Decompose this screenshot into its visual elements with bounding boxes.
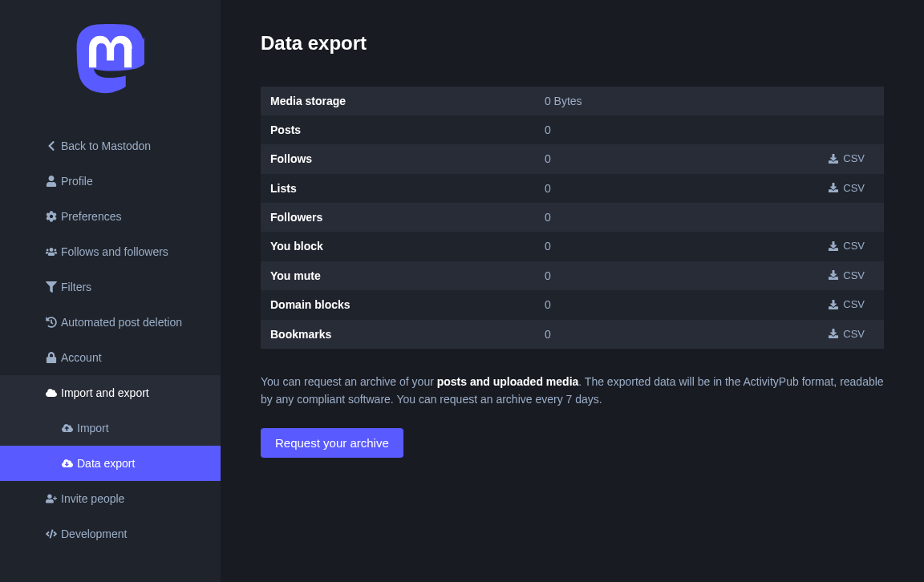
download-icon xyxy=(829,270,838,280)
row-label: Media storage xyxy=(261,87,535,115)
cloud-download-icon xyxy=(61,457,74,470)
csv-download-link[interactable]: CSV xyxy=(829,298,865,310)
code-icon xyxy=(45,527,58,540)
row-action xyxy=(691,203,884,232)
nav-label: Import and export xyxy=(61,386,149,399)
user-icon xyxy=(45,175,58,188)
subnav: Import Data export xyxy=(0,410,221,481)
row-value: 0 xyxy=(535,261,691,291)
row-label: You mute xyxy=(261,261,535,291)
archive-description: You can request an archive of your posts… xyxy=(261,373,884,409)
lock-icon xyxy=(45,351,58,364)
download-icon xyxy=(829,183,838,192)
desc-prefix: You can request an archive of your xyxy=(261,375,437,388)
nav-label: Preferences xyxy=(61,210,121,223)
nav-automated-deletion[interactable]: Automated post deletion xyxy=(0,305,221,340)
row-action: CSV xyxy=(691,261,884,291)
nav-filters[interactable]: Filters xyxy=(0,269,221,305)
main-content: Data export Media storage0 BytesPosts0Fo… xyxy=(221,0,924,582)
mastodon-logo-icon xyxy=(76,24,144,96)
row-action: CSV xyxy=(691,320,884,350)
csv-download-link[interactable]: CSV xyxy=(829,240,865,252)
filter-icon xyxy=(45,281,58,293)
table-row: Follows0 CSV xyxy=(261,144,884,174)
csv-download-link[interactable]: CSV xyxy=(829,182,865,194)
subnav-import[interactable]: Import xyxy=(0,410,221,446)
nav-label: Follows and followers xyxy=(61,245,168,258)
row-label: Domain blocks xyxy=(261,290,535,320)
history-icon xyxy=(45,316,58,329)
sidebar: Back to Mastodon Profile Preferences Fol… xyxy=(0,0,221,582)
users-icon xyxy=(45,245,58,258)
download-icon xyxy=(829,154,838,164)
nav: Back to Mastodon Profile Preferences Fol… xyxy=(0,128,221,552)
row-value: 0 xyxy=(535,203,691,232)
desc-bold: posts and uploaded media xyxy=(437,375,579,388)
subnav-data-export[interactable]: Data export xyxy=(0,446,221,481)
nav-label: Filters xyxy=(61,281,91,293)
row-label: You block xyxy=(261,232,535,261)
row-action xyxy=(691,115,884,144)
csv-download-link[interactable]: CSV xyxy=(829,328,865,340)
request-archive-button[interactable]: Request your archive xyxy=(261,428,403,458)
chevron-left-icon xyxy=(45,139,58,152)
row-label: Posts xyxy=(261,115,535,144)
download-icon xyxy=(829,329,838,338)
row-action xyxy=(691,87,884,115)
row-action: CSV xyxy=(691,290,884,320)
table-row: You mute0 CSV xyxy=(261,261,884,291)
table-row: Media storage0 Bytes xyxy=(261,87,884,115)
row-label: Followers xyxy=(261,203,535,232)
nav-back-to-mastodon[interactable]: Back to Mastodon xyxy=(0,128,221,164)
logo-wrap xyxy=(0,24,221,96)
export-table: Media storage0 BytesPosts0Follows0 CSVLi… xyxy=(261,87,884,349)
nav-import-export[interactable]: Import and export xyxy=(0,375,221,410)
cloud-upload-icon xyxy=(61,422,74,434)
row-value: 0 Bytes xyxy=(535,87,691,115)
nav-preferences[interactable]: Preferences xyxy=(0,199,221,234)
row-value: 0 xyxy=(535,320,691,350)
row-action: CSV xyxy=(691,144,884,174)
row-label: Follows xyxy=(261,144,535,174)
nav-label: Development xyxy=(61,527,128,540)
nav-follows[interactable]: Follows and followers xyxy=(0,234,221,269)
csv-download-link[interactable]: CSV xyxy=(829,269,865,281)
row-label: Bookmarks xyxy=(261,320,535,350)
nav-development[interactable]: Development xyxy=(0,516,221,552)
row-value: 0 xyxy=(535,232,691,261)
download-icon xyxy=(829,241,838,251)
subnav-label: Data export xyxy=(77,457,135,470)
nav-label: Automated post deletion xyxy=(61,316,182,329)
table-row: Domain blocks0 CSV xyxy=(261,290,884,320)
gear-icon xyxy=(45,210,58,223)
row-value: 0 xyxy=(535,174,691,204)
row-value: 0 xyxy=(535,144,691,174)
row-action: CSV xyxy=(691,232,884,261)
table-row: Followers0 xyxy=(261,203,884,232)
row-label: Lists xyxy=(261,174,535,204)
table-row: Lists0 CSV xyxy=(261,174,884,204)
nav-invite[interactable]: Invite people xyxy=(0,481,221,516)
nav-label: Back to Mastodon xyxy=(61,139,151,152)
nav-account[interactable]: Account xyxy=(0,340,221,375)
nav-label: Profile xyxy=(61,175,93,188)
nav-label: Invite people xyxy=(61,492,124,505)
row-action: CSV xyxy=(691,174,884,204)
nav-label: Account xyxy=(61,351,102,364)
cloud-icon xyxy=(45,386,58,399)
table-row: You block0 CSV xyxy=(261,232,884,261)
table-row: Posts0 xyxy=(261,115,884,144)
nav-profile[interactable]: Profile xyxy=(0,164,221,199)
page-title: Data export xyxy=(261,32,884,55)
csv-download-link[interactable]: CSV xyxy=(829,152,865,164)
row-value: 0 xyxy=(535,290,691,320)
row-value: 0 xyxy=(535,115,691,144)
user-plus-icon xyxy=(45,492,58,505)
subnav-label: Import xyxy=(77,422,109,434)
download-icon xyxy=(829,300,838,309)
table-row: Bookmarks0 CSV xyxy=(261,320,884,350)
